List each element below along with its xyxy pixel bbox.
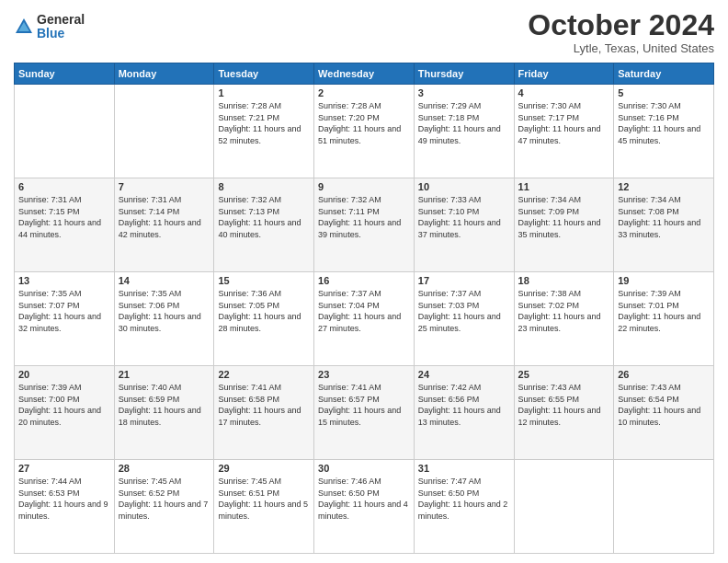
- header-row: SundayMondayTuesdayWednesdayThursdayFrid…: [15, 63, 714, 85]
- col-header-saturday: Saturday: [614, 63, 714, 85]
- day-info: Sunrise: 7:31 AM Sunset: 7:14 PM Dayligh…: [119, 194, 210, 240]
- day-number: 1: [218, 87, 310, 98]
- col-header-sunday: Sunday: [15, 63, 115, 85]
- day-info: Sunrise: 7:28 AM Sunset: 7:20 PM Dayligh…: [318, 100, 410, 146]
- day-cell: 31Sunrise: 7:47 AM Sunset: 6:50 PM Dayli…: [414, 460, 514, 554]
- day-number: 5: [618, 87, 710, 98]
- day-number: 23: [318, 369, 410, 380]
- day-info: Sunrise: 7:47 AM Sunset: 6:50 PM Dayligh…: [418, 476, 510, 522]
- logo: General Blue: [14, 13, 85, 41]
- day-info: Sunrise: 7:32 AM Sunset: 7:11 PM Dayligh…: [318, 194, 410, 240]
- day-number: 30: [318, 463, 410, 474]
- day-cell: 16Sunrise: 7:37 AM Sunset: 7:04 PM Dayli…: [314, 272, 415, 366]
- title-block: October 2024 Lytle, Texas, United States: [528, 9, 714, 55]
- day-number: 28: [119, 463, 210, 474]
- day-info: Sunrise: 7:42 AM Sunset: 6:56 PM Dayligh…: [418, 382, 510, 428]
- calendar-table: SundayMondayTuesdayWednesdayThursdayFrid…: [14, 63, 714, 554]
- title-location: Lytle, Texas, United States: [528, 41, 714, 55]
- day-info: Sunrise: 7:45 AM Sunset: 6:52 PM Dayligh…: [119, 476, 210, 522]
- week-row-2: 6Sunrise: 7:31 AM Sunset: 7:15 PM Daylig…: [15, 178, 714, 272]
- logo-text: General Blue: [37, 13, 85, 41]
- day-info: Sunrise: 7:44 AM Sunset: 6:53 PM Dayligh…: [18, 476, 110, 522]
- logo-icon: [14, 17, 34, 37]
- day-number: 2: [318, 87, 410, 98]
- day-info: Sunrise: 7:33 AM Sunset: 7:10 PM Dayligh…: [418, 194, 510, 240]
- day-cell: 23Sunrise: 7:41 AM Sunset: 6:57 PM Dayli…: [314, 366, 415, 460]
- day-info: Sunrise: 7:28 AM Sunset: 7:21 PM Dayligh…: [218, 100, 310, 146]
- day-cell: 28Sunrise: 7:45 AM Sunset: 6:52 PM Dayli…: [114, 460, 214, 554]
- page: General Blue October 2024 Lytle, Texas, …: [0, 0, 728, 563]
- day-info: Sunrise: 7:43 AM Sunset: 6:55 PM Dayligh…: [518, 382, 610, 428]
- day-number: 9: [318, 181, 410, 192]
- day-info: Sunrise: 7:45 AM Sunset: 6:51 PM Dayligh…: [218, 476, 310, 522]
- day-cell: 8Sunrise: 7:32 AM Sunset: 7:13 PM Daylig…: [214, 178, 314, 272]
- day-number: 10: [418, 181, 510, 192]
- col-header-thursday: Thursday: [414, 63, 514, 85]
- day-number: 31: [418, 463, 510, 474]
- day-info: Sunrise: 7:41 AM Sunset: 6:57 PM Dayligh…: [318, 382, 410, 428]
- day-cell: [15, 85, 115, 178]
- day-cell: 4Sunrise: 7:30 AM Sunset: 7:17 PM Daylig…: [514, 85, 614, 178]
- week-row-3: 13Sunrise: 7:35 AM Sunset: 7:07 PM Dayli…: [15, 272, 714, 366]
- col-header-monday: Monday: [114, 63, 214, 85]
- day-number: 17: [418, 275, 510, 286]
- day-info: Sunrise: 7:40 AM Sunset: 6:59 PM Dayligh…: [119, 382, 210, 428]
- day-cell: 15Sunrise: 7:36 AM Sunset: 7:05 PM Dayli…: [214, 272, 314, 366]
- week-row-5: 27Sunrise: 7:44 AM Sunset: 6:53 PM Dayli…: [15, 460, 714, 554]
- day-number: 4: [518, 87, 610, 98]
- title-month: October 2024: [528, 9, 714, 41]
- day-info: Sunrise: 7:46 AM Sunset: 6:50 PM Dayligh…: [318, 476, 410, 522]
- day-number: 22: [218, 369, 310, 380]
- day-info: Sunrise: 7:41 AM Sunset: 6:58 PM Dayligh…: [218, 382, 310, 428]
- day-number: 20: [18, 369, 110, 380]
- day-info: Sunrise: 7:37 AM Sunset: 7:03 PM Dayligh…: [418, 288, 510, 334]
- day-cell: 1Sunrise: 7:28 AM Sunset: 7:21 PM Daylig…: [214, 85, 314, 178]
- day-cell: 30Sunrise: 7:46 AM Sunset: 6:50 PM Dayli…: [314, 460, 415, 554]
- day-info: Sunrise: 7:43 AM Sunset: 6:54 PM Dayligh…: [618, 382, 710, 428]
- day-cell: 10Sunrise: 7:33 AM Sunset: 7:10 PM Dayli…: [414, 178, 514, 272]
- day-number: 3: [418, 87, 510, 98]
- day-number: 19: [618, 275, 710, 286]
- day-number: 15: [218, 275, 310, 286]
- day-info: Sunrise: 7:30 AM Sunset: 7:17 PM Dayligh…: [518, 100, 610, 146]
- day-cell: 2Sunrise: 7:28 AM Sunset: 7:20 PM Daylig…: [314, 85, 415, 178]
- day-info: Sunrise: 7:39 AM Sunset: 7:01 PM Dayligh…: [618, 288, 710, 334]
- day-number: 27: [18, 463, 110, 474]
- day-cell: 21Sunrise: 7:40 AM Sunset: 6:59 PM Dayli…: [114, 366, 214, 460]
- day-info: Sunrise: 7:38 AM Sunset: 7:02 PM Dayligh…: [518, 288, 610, 334]
- col-header-friday: Friday: [514, 63, 614, 85]
- header: General Blue October 2024 Lytle, Texas, …: [14, 9, 714, 55]
- day-number: 13: [18, 275, 110, 286]
- day-info: Sunrise: 7:31 AM Sunset: 7:15 PM Dayligh…: [18, 194, 110, 240]
- day-number: 21: [119, 369, 210, 380]
- day-number: 16: [318, 275, 410, 286]
- day-cell: [514, 460, 614, 554]
- day-number: 18: [518, 275, 610, 286]
- day-cell: 25Sunrise: 7:43 AM Sunset: 6:55 PM Dayli…: [514, 366, 614, 460]
- day-cell: 26Sunrise: 7:43 AM Sunset: 6:54 PM Dayli…: [614, 366, 714, 460]
- week-row-1: 1Sunrise: 7:28 AM Sunset: 7:21 PM Daylig…: [15, 85, 714, 178]
- day-cell: 18Sunrise: 7:38 AM Sunset: 7:02 PM Dayli…: [514, 272, 614, 366]
- day-info: Sunrise: 7:30 AM Sunset: 7:16 PM Dayligh…: [618, 100, 710, 146]
- day-cell: 20Sunrise: 7:39 AM Sunset: 7:00 PM Dayli…: [15, 366, 115, 460]
- day-cell: 11Sunrise: 7:34 AM Sunset: 7:09 PM Dayli…: [514, 178, 614, 272]
- day-number: 24: [418, 369, 510, 380]
- day-cell: 5Sunrise: 7:30 AM Sunset: 7:16 PM Daylig…: [614, 85, 714, 178]
- day-info: Sunrise: 7:36 AM Sunset: 7:05 PM Dayligh…: [218, 288, 310, 334]
- day-cell: 17Sunrise: 7:37 AM Sunset: 7:03 PM Dayli…: [414, 272, 514, 366]
- day-number: 12: [618, 181, 710, 192]
- day-cell: 6Sunrise: 7:31 AM Sunset: 7:15 PM Daylig…: [15, 178, 115, 272]
- day-number: 14: [119, 275, 210, 286]
- day-number: 6: [18, 181, 110, 192]
- day-number: 8: [218, 181, 310, 192]
- day-cell: 27Sunrise: 7:44 AM Sunset: 6:53 PM Dayli…: [15, 460, 115, 554]
- day-cell: 9Sunrise: 7:32 AM Sunset: 7:11 PM Daylig…: [314, 178, 415, 272]
- col-header-tuesday: Tuesday: [214, 63, 314, 85]
- day-info: Sunrise: 7:34 AM Sunset: 7:08 PM Dayligh…: [618, 194, 710, 240]
- day-cell: 29Sunrise: 7:45 AM Sunset: 6:51 PM Dayli…: [214, 460, 314, 554]
- day-cell: 24Sunrise: 7:42 AM Sunset: 6:56 PM Dayli…: [414, 366, 514, 460]
- day-cell: 14Sunrise: 7:35 AM Sunset: 7:06 PM Dayli…: [114, 272, 214, 366]
- day-info: Sunrise: 7:34 AM Sunset: 7:09 PM Dayligh…: [518, 194, 610, 240]
- day-info: Sunrise: 7:35 AM Sunset: 7:06 PM Dayligh…: [119, 288, 210, 334]
- day-number: 25: [518, 369, 610, 380]
